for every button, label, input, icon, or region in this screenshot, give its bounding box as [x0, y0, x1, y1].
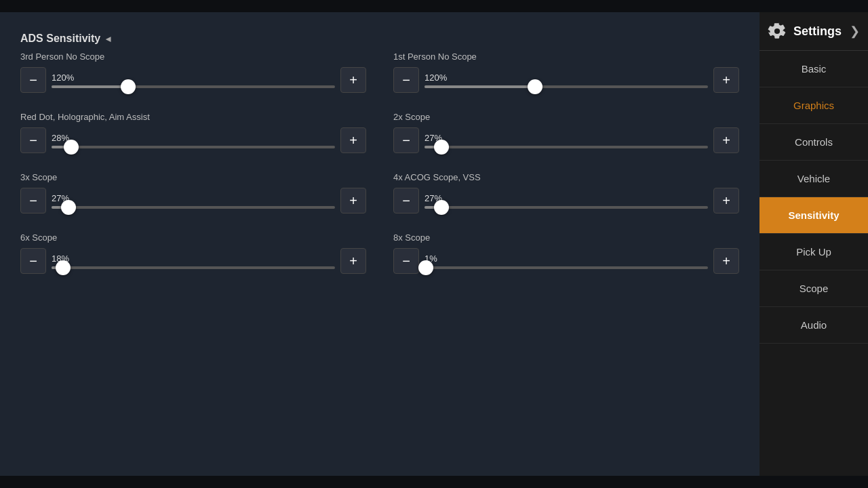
- plus-button-3x-scope[interactable]: +: [340, 188, 366, 214]
- slider-thumb-4x-acog-scope[interactable]: [434, 200, 449, 215]
- back-arrow[interactable]: ◂: [106, 33, 111, 44]
- slider-thumb-2x-scope[interactable]: [434, 140, 449, 155]
- slider-value-2x-scope: 27%: [425, 133, 708, 143]
- slider-row-3rd-person-no-scope: −120%+: [20, 67, 366, 93]
- slider-value-3rd-person-no-scope: 120%: [52, 73, 335, 83]
- minus-button-1st-person-no-scope[interactable]: −: [393, 67, 419, 93]
- slider-thumb-3rd-person-no-scope[interactable]: [121, 79, 136, 94]
- plus-button-6x-scope[interactable]: +: [340, 248, 366, 274]
- minus-button-red-dot-holographic[interactable]: −: [20, 127, 46, 153]
- main-content: ADS Sensitivity ◂ 3rd Person No Scope−12…: [0, 12, 760, 476]
- plus-button-2x-scope[interactable]: +: [713, 127, 739, 153]
- slider-grid: 3rd Person No Scope−120%+1st Person No S…: [20, 52, 739, 293]
- slider-container-8x-scope[interactable]: 1%: [425, 253, 708, 269]
- minus-button-3x-scope[interactable]: −: [20, 188, 46, 214]
- plus-button-4x-acog-scope[interactable]: +: [713, 188, 739, 214]
- slider-section-8x-scope: 8x Scope−1%+: [393, 232, 739, 274]
- minus-button-2x-scope[interactable]: −: [393, 127, 419, 153]
- slider-label-8x-scope: 8x Scope: [393, 232, 739, 243]
- slider-row-6x-scope: −18%+: [20, 248, 366, 274]
- slider-label-3rd-person-no-scope: 3rd Person No Scope: [20, 52, 366, 62]
- plus-button-1st-person-no-scope[interactable]: +: [713, 67, 739, 93]
- slider-label-1st-person-no-scope: 1st Person No Scope: [393, 52, 739, 62]
- slider-row-4x-acog-scope: −27%+: [393, 188, 739, 214]
- plus-button-red-dot-holographic[interactable]: +: [340, 127, 366, 153]
- sidebar-item-basic[interactable]: Basic: [760, 51, 868, 87]
- close-icon[interactable]: ❯: [850, 24, 860, 39]
- slider-section-3rd-person-no-scope: 3rd Person No Scope−120%+: [20, 52, 366, 93]
- slider-label-3x-scope: 3x Scope: [20, 172, 366, 182]
- slider-value-red-dot-holographic: 28%: [52, 133, 335, 143]
- slider-container-6x-scope[interactable]: 18%: [52, 253, 335, 269]
- minus-button-6x-scope[interactable]: −: [20, 248, 46, 274]
- slider-value-3x-scope: 27%: [52, 193, 335, 203]
- sidebar-header: Settings ❯: [760, 12, 868, 51]
- slider-section-6x-scope: 6x Scope−18%+: [20, 232, 366, 274]
- slider-label-6x-scope: 6x Scope: [20, 232, 366, 243]
- slider-thumb-1st-person-no-scope[interactable]: [528, 79, 542, 94]
- slider-row-2x-scope: −27%+: [393, 127, 739, 153]
- sidebar-title: Settings: [793, 24, 842, 39]
- sidebar: Settings ❯ BasicGraphicsControlsVehicleS…: [760, 12, 868, 476]
- sidebar-items-container: BasicGraphicsControlsVehicleSensitivityP…: [760, 51, 868, 344]
- sidebar-item-graphics[interactable]: Graphics: [760, 87, 868, 124]
- slider-track-3rd-person-no-scope[interactable]: [52, 85, 335, 88]
- slider-container-3rd-person-no-scope[interactable]: 120%: [52, 73, 335, 88]
- minus-button-4x-acog-scope[interactable]: −: [393, 188, 419, 214]
- slider-section-1st-person-no-scope: 1st Person No Scope−120%+: [393, 52, 739, 93]
- slider-thumb-6x-scope[interactable]: [56, 260, 71, 275]
- sidebar-item-vehicle[interactable]: Vehicle: [760, 161, 868, 197]
- slider-section-4x-acog-scope: 4x ACOG Scope, VSS−27%+: [393, 172, 739, 214]
- slider-container-2x-scope[interactable]: 27%: [425, 133, 708, 148]
- sidebar-item-sensitivity[interactable]: Sensitivity: [760, 197, 868, 234]
- slider-row-red-dot-holographic: −28%+: [20, 127, 366, 153]
- slider-value-1st-person-no-scope: 120%: [425, 73, 708, 83]
- slider-fill-1st-person-no-scope: [425, 85, 535, 88]
- plus-button-8x-scope[interactable]: +: [713, 248, 739, 274]
- plus-button-3rd-person-no-scope[interactable]: +: [340, 67, 366, 93]
- sidebar-item-controls[interactable]: Controls: [760, 124, 868, 161]
- slider-track-4x-acog-scope[interactable]: [425, 206, 708, 209]
- slider-container-red-dot-holographic[interactable]: 28%: [52, 133, 335, 148]
- slider-fill-3rd-person-no-scope: [52, 85, 128, 88]
- slider-container-3x-scope[interactable]: 27%: [52, 193, 335, 209]
- slider-section-3x-scope: 3x Scope−27%+: [20, 172, 366, 214]
- slider-value-6x-scope: 18%: [52, 253, 335, 264]
- slider-row-8x-scope: −1%+: [393, 248, 739, 274]
- slider-container-1st-person-no-scope[interactable]: 120%: [425, 73, 708, 88]
- slider-track-red-dot-holographic[interactable]: [52, 146, 335, 148]
- slider-section-2x-scope: 2x Scope−27%+: [393, 112, 739, 153]
- slider-value-4x-acog-scope: 27%: [425, 193, 708, 203]
- slider-row-1st-person-no-scope: −120%+: [393, 67, 739, 93]
- slider-track-3x-scope[interactable]: [52, 206, 335, 209]
- slider-label-red-dot-holographic: Red Dot, Holographic, Aim Assist: [20, 112, 366, 122]
- slider-row-3x-scope: −27%+: [20, 188, 366, 214]
- slider-label-4x-acog-scope: 4x ACOG Scope, VSS: [393, 172, 739, 182]
- slider-label-2x-scope: 2x Scope: [393, 112, 739, 122]
- sidebar-item-pickup[interactable]: Pick Up: [760, 234, 868, 270]
- slider-value-8x-scope: 1%: [425, 253, 708, 264]
- slider-thumb-3x-scope[interactable]: [61, 200, 76, 215]
- slider-thumb-red-dot-holographic[interactable]: [64, 140, 79, 155]
- slider-container-4x-acog-scope[interactable]: 27%: [425, 193, 708, 209]
- slider-track-6x-scope[interactable]: [52, 266, 335, 269]
- section-title: ADS Sensitivity ◂: [20, 33, 739, 45]
- section-title-text: ADS Sensitivity: [20, 33, 100, 45]
- slider-section-red-dot-holographic: Red Dot, Holographic, Aim Assist−28%+: [20, 112, 366, 153]
- slider-track-1st-person-no-scope[interactable]: [425, 85, 708, 88]
- minus-button-8x-scope[interactable]: −: [393, 248, 419, 274]
- sidebar-item-audio[interactable]: Audio: [760, 307, 868, 344]
- slider-thumb-8x-scope[interactable]: [418, 260, 433, 275]
- slider-track-2x-scope[interactable]: [425, 146, 708, 148]
- minus-button-3rd-person-no-scope[interactable]: −: [20, 67, 46, 93]
- gear-icon: [768, 22, 787, 41]
- sidebar-item-scope[interactable]: Scope: [760, 270, 868, 307]
- slider-track-8x-scope[interactable]: [425, 266, 708, 269]
